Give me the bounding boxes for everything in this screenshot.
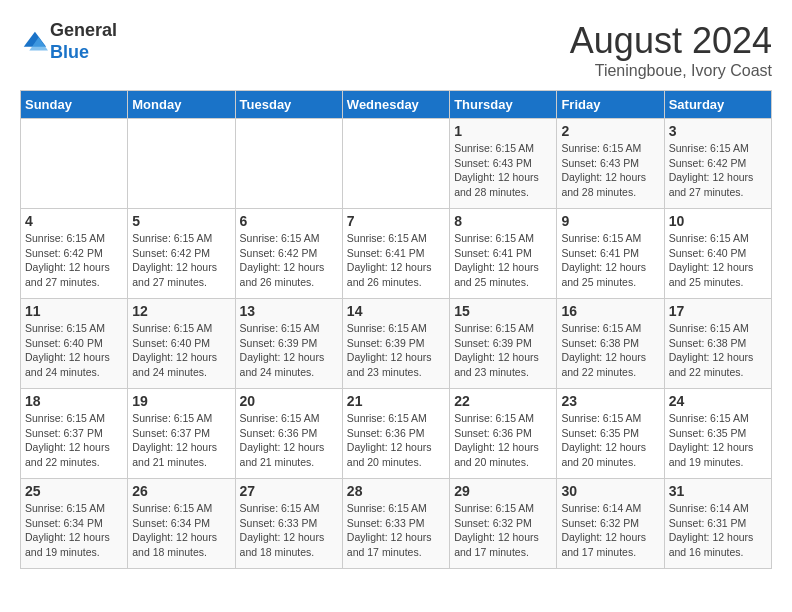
calendar-cell: 28Sunrise: 6:15 AM Sunset: 6:33 PM Dayli… xyxy=(342,479,449,569)
day-number: 12 xyxy=(132,303,230,319)
day-number: 26 xyxy=(132,483,230,499)
day-info: Sunrise: 6:15 AM Sunset: 6:33 PM Dayligh… xyxy=(347,501,445,560)
calendar-cell: 6Sunrise: 6:15 AM Sunset: 6:42 PM Daylig… xyxy=(235,209,342,299)
day-number: 10 xyxy=(669,213,767,229)
weekday-header: Tuesday xyxy=(235,91,342,119)
day-info: Sunrise: 6:15 AM Sunset: 6:40 PM Dayligh… xyxy=(132,321,230,380)
day-info: Sunrise: 6:15 AM Sunset: 6:36 PM Dayligh… xyxy=(240,411,338,470)
location: Tieningboue, Ivory Coast xyxy=(570,62,772,80)
weekday-header: Saturday xyxy=(664,91,771,119)
calendar-cell: 20Sunrise: 6:15 AM Sunset: 6:36 PM Dayli… xyxy=(235,389,342,479)
calendar-cell: 30Sunrise: 6:14 AM Sunset: 6:32 PM Dayli… xyxy=(557,479,664,569)
calendar-cell: 4Sunrise: 6:15 AM Sunset: 6:42 PM Daylig… xyxy=(21,209,128,299)
calendar-cell: 7Sunrise: 6:15 AM Sunset: 6:41 PM Daylig… xyxy=(342,209,449,299)
day-number: 14 xyxy=(347,303,445,319)
title-block: August 2024 Tieningboue, Ivory Coast xyxy=(570,20,772,80)
calendar-cell: 8Sunrise: 6:15 AM Sunset: 6:41 PM Daylig… xyxy=(450,209,557,299)
day-number: 4 xyxy=(25,213,123,229)
day-info: Sunrise: 6:15 AM Sunset: 6:39 PM Dayligh… xyxy=(347,321,445,380)
day-info: Sunrise: 6:15 AM Sunset: 6:43 PM Dayligh… xyxy=(561,141,659,200)
day-number: 22 xyxy=(454,393,552,409)
day-number: 20 xyxy=(240,393,338,409)
calendar-week-row: 25Sunrise: 6:15 AM Sunset: 6:34 PM Dayli… xyxy=(21,479,772,569)
weekday-header: Friday xyxy=(557,91,664,119)
page-header: General Blue August 2024 Tieningboue, Iv… xyxy=(20,20,772,80)
day-info: Sunrise: 6:15 AM Sunset: 6:42 PM Dayligh… xyxy=(25,231,123,290)
day-info: Sunrise: 6:15 AM Sunset: 6:41 PM Dayligh… xyxy=(454,231,552,290)
calendar-cell: 17Sunrise: 6:15 AM Sunset: 6:38 PM Dayli… xyxy=(664,299,771,389)
day-info: Sunrise: 6:15 AM Sunset: 6:41 PM Dayligh… xyxy=(347,231,445,290)
month-title: August 2024 xyxy=(570,20,772,62)
calendar-week-row: 11Sunrise: 6:15 AM Sunset: 6:40 PM Dayli… xyxy=(21,299,772,389)
calendar-cell xyxy=(128,119,235,209)
day-info: Sunrise: 6:15 AM Sunset: 6:39 PM Dayligh… xyxy=(454,321,552,380)
calendar-cell: 11Sunrise: 6:15 AM Sunset: 6:40 PM Dayli… xyxy=(21,299,128,389)
day-number: 2 xyxy=(561,123,659,139)
day-number: 18 xyxy=(25,393,123,409)
day-info: Sunrise: 6:15 AM Sunset: 6:34 PM Dayligh… xyxy=(132,501,230,560)
calendar-cell: 19Sunrise: 6:15 AM Sunset: 6:37 PM Dayli… xyxy=(128,389,235,479)
calendar-cell xyxy=(342,119,449,209)
day-number: 13 xyxy=(240,303,338,319)
calendar-week-row: 4Sunrise: 6:15 AM Sunset: 6:42 PM Daylig… xyxy=(21,209,772,299)
day-number: 8 xyxy=(454,213,552,229)
day-number: 23 xyxy=(561,393,659,409)
day-info: Sunrise: 6:15 AM Sunset: 6:35 PM Dayligh… xyxy=(561,411,659,470)
day-number: 15 xyxy=(454,303,552,319)
weekday-header: Monday xyxy=(128,91,235,119)
day-number: 21 xyxy=(347,393,445,409)
day-info: Sunrise: 6:15 AM Sunset: 6:42 PM Dayligh… xyxy=(132,231,230,290)
calendar-cell: 15Sunrise: 6:15 AM Sunset: 6:39 PM Dayli… xyxy=(450,299,557,389)
calendar-cell: 27Sunrise: 6:15 AM Sunset: 6:33 PM Dayli… xyxy=(235,479,342,569)
calendar-cell: 25Sunrise: 6:15 AM Sunset: 6:34 PM Dayli… xyxy=(21,479,128,569)
day-number: 7 xyxy=(347,213,445,229)
day-info: Sunrise: 6:14 AM Sunset: 6:31 PM Dayligh… xyxy=(669,501,767,560)
day-info: Sunrise: 6:15 AM Sunset: 6:42 PM Dayligh… xyxy=(669,141,767,200)
calendar-cell: 16Sunrise: 6:15 AM Sunset: 6:38 PM Dayli… xyxy=(557,299,664,389)
calendar-cell: 22Sunrise: 6:15 AM Sunset: 6:36 PM Dayli… xyxy=(450,389,557,479)
calendar-cell: 24Sunrise: 6:15 AM Sunset: 6:35 PM Dayli… xyxy=(664,389,771,479)
day-info: Sunrise: 6:15 AM Sunset: 6:36 PM Dayligh… xyxy=(454,411,552,470)
calendar-cell: 1Sunrise: 6:15 AM Sunset: 6:43 PM Daylig… xyxy=(450,119,557,209)
day-info: Sunrise: 6:15 AM Sunset: 6:34 PM Dayligh… xyxy=(25,501,123,560)
weekday-header: Sunday xyxy=(21,91,128,119)
day-number: 30 xyxy=(561,483,659,499)
day-info: Sunrise: 6:15 AM Sunset: 6:37 PM Dayligh… xyxy=(132,411,230,470)
day-info: Sunrise: 6:15 AM Sunset: 6:32 PM Dayligh… xyxy=(454,501,552,560)
calendar-table: SundayMondayTuesdayWednesdayThursdayFrid… xyxy=(20,90,772,569)
day-info: Sunrise: 6:15 AM Sunset: 6:38 PM Dayligh… xyxy=(669,321,767,380)
day-info: Sunrise: 6:15 AM Sunset: 6:38 PM Dayligh… xyxy=(561,321,659,380)
logo-blue: Blue xyxy=(50,42,89,62)
calendar-cell: 18Sunrise: 6:15 AM Sunset: 6:37 PM Dayli… xyxy=(21,389,128,479)
day-number: 27 xyxy=(240,483,338,499)
day-number: 29 xyxy=(454,483,552,499)
day-number: 31 xyxy=(669,483,767,499)
calendar-cell: 2Sunrise: 6:15 AM Sunset: 6:43 PM Daylig… xyxy=(557,119,664,209)
day-number: 11 xyxy=(25,303,123,319)
calendar-week-row: 1Sunrise: 6:15 AM Sunset: 6:43 PM Daylig… xyxy=(21,119,772,209)
day-info: Sunrise: 6:15 AM Sunset: 6:42 PM Dayligh… xyxy=(240,231,338,290)
day-info: Sunrise: 6:15 AM Sunset: 6:39 PM Dayligh… xyxy=(240,321,338,380)
day-number: 6 xyxy=(240,213,338,229)
weekday-header: Wednesday xyxy=(342,91,449,119)
calendar-cell: 3Sunrise: 6:15 AM Sunset: 6:42 PM Daylig… xyxy=(664,119,771,209)
calendar-body: 1Sunrise: 6:15 AM Sunset: 6:43 PM Daylig… xyxy=(21,119,772,569)
day-number: 19 xyxy=(132,393,230,409)
calendar-cell: 5Sunrise: 6:15 AM Sunset: 6:42 PM Daylig… xyxy=(128,209,235,299)
day-info: Sunrise: 6:15 AM Sunset: 6:43 PM Dayligh… xyxy=(454,141,552,200)
calendar-cell: 21Sunrise: 6:15 AM Sunset: 6:36 PM Dayli… xyxy=(342,389,449,479)
day-number: 1 xyxy=(454,123,552,139)
day-info: Sunrise: 6:15 AM Sunset: 6:41 PM Dayligh… xyxy=(561,231,659,290)
calendar-cell: 26Sunrise: 6:15 AM Sunset: 6:34 PM Dayli… xyxy=(128,479,235,569)
calendar-cell: 14Sunrise: 6:15 AM Sunset: 6:39 PM Dayli… xyxy=(342,299,449,389)
day-info: Sunrise: 6:15 AM Sunset: 6:40 PM Dayligh… xyxy=(669,231,767,290)
day-info: Sunrise: 6:15 AM Sunset: 6:35 PM Dayligh… xyxy=(669,411,767,470)
day-number: 25 xyxy=(25,483,123,499)
logo: General Blue xyxy=(20,20,117,63)
calendar-cell: 9Sunrise: 6:15 AM Sunset: 6:41 PM Daylig… xyxy=(557,209,664,299)
calendar-cell: 23Sunrise: 6:15 AM Sunset: 6:35 PM Dayli… xyxy=(557,389,664,479)
day-info: Sunrise: 6:15 AM Sunset: 6:36 PM Dayligh… xyxy=(347,411,445,470)
day-number: 17 xyxy=(669,303,767,319)
calendar-cell: 29Sunrise: 6:15 AM Sunset: 6:32 PM Dayli… xyxy=(450,479,557,569)
logo-icon xyxy=(20,28,48,56)
